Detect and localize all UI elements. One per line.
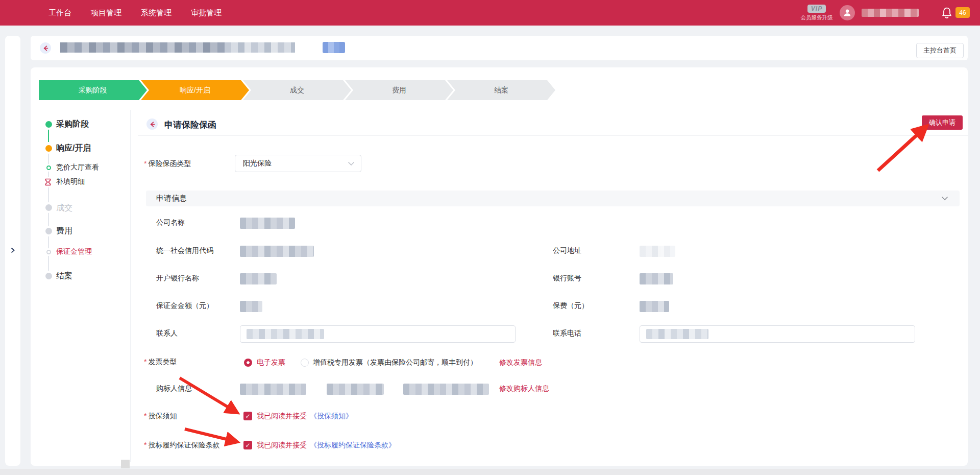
contact-input[interactable] — [240, 325, 516, 343]
project-status-badge-redacted — [323, 42, 345, 53]
field-label-insurance-notice: 投保须知 — [144, 412, 177, 421]
user-avatar[interactable] — [840, 5, 855, 20]
timeline-connector-done — [48, 128, 49, 142]
horizontal-scrollbar[interactable] — [0, 469, 980, 475]
section-title: 申请信息 — [156, 194, 187, 203]
credit-code-value-redacted — [240, 246, 314, 257]
edit-invoice-info-link[interactable]: 修改发票信息 — [499, 358, 542, 367]
timeline-dot-procurement — [45, 121, 52, 128]
company-address-value-redacted — [640, 246, 675, 257]
field-label-contact-phone: 联系电话 — [553, 329, 581, 338]
page-back-button[interactable] — [40, 42, 51, 54]
step-close[interactable]: 结案 — [447, 80, 555, 100]
top-navbar: 工作台 项目管理 系统管理 审批管理 VIP 会员服务升级 46 — [0, 0, 980, 26]
buyer-phone-redacted — [327, 384, 384, 395]
sidebar-item-deposit-mgmt[interactable]: 保证金管理 — [56, 247, 92, 256]
field-label-bank-name: 开户银行名称 — [156, 274, 199, 283]
field-label-buyer-info: 购标人信息 — [156, 384, 192, 393]
field-label-invoice-type: 发票类型 — [144, 358, 177, 367]
step-response-open[interactable]: 响应/开启 — [141, 80, 249, 100]
nav-item-project-mgmt[interactable]: 项目管理 — [91, 8, 121, 18]
console-home-button[interactable]: 主控台首页 — [916, 43, 964, 58]
agreement-text-terms: 我已阅读并接受 — [257, 441, 307, 450]
arrow-left-icon — [42, 45, 49, 52]
field-label-deposit-amount: 保证金金额（元） — [156, 301, 213, 311]
username-redacted — [862, 9, 919, 17]
nav-item-approval-mgmt[interactable]: 审批管理 — [191, 8, 222, 18]
agreement-text-notice: 我已阅读并接受 — [257, 412, 307, 421]
person-icon — [842, 8, 852, 18]
field-label-company-name: 公司名称 — [156, 218, 185, 227]
field-label-premium: 保费（元） — [553, 301, 589, 311]
sidebar-divider — [130, 110, 131, 462]
page: 工作台 项目管理 系统管理 审批管理 VIP 会员服务升级 46 — [0, 0, 980, 475]
form-page-title: 申请保险保函 — [164, 119, 216, 131]
timeline-dot-fee — [45, 228, 52, 234]
insurance-type-value: 阳光保险 — [243, 159, 272, 168]
insurance-type-select[interactable]: 阳光保险 — [235, 155, 361, 172]
notification-bell-icon[interactable] — [941, 7, 953, 19]
timeline-dot-close — [45, 273, 52, 279]
timeline-ring-bidding-hall — [46, 165, 51, 170]
hourglass-waiting-icon — [44, 178, 52, 186]
confirm-apply-button[interactable]: 确认申请 — [922, 115, 963, 130]
radio-label-vat-invoice[interactable]: 增值税专用发票（发票由保险公司邮寄，顺丰到付） — [313, 358, 477, 367]
step-procurement[interactable]: 采购阶段 — [39, 80, 147, 100]
sidebar-item-fee[interactable]: 费用 — [56, 226, 72, 236]
sidebar-item-response-open[interactable]: 响应/开启 — [56, 143, 91, 154]
sidebar-item-procurement[interactable]: 采购阶段 — [56, 119, 89, 130]
field-label-company-address: 公司地址 — [553, 246, 581, 255]
sidebar-item-bidding-hall[interactable]: 竞价大厅查看 — [56, 163, 99, 172]
form-header-divider — [138, 135, 968, 136]
contact-phone-value-redacted — [646, 329, 708, 339]
scrollbar-thumb[interactable] — [121, 460, 130, 468]
deposit-amount-value-redacted — [240, 301, 262, 312]
vip-upgrade[interactable]: VIP 会员服务升级 — [796, 4, 837, 21]
nav-item-system-mgmt[interactable]: 系统管理 — [141, 8, 172, 18]
buyer-name-redacted — [240, 384, 306, 395]
timeline-ring-deposit — [46, 250, 51, 254]
premium-value-redacted — [640, 301, 669, 312]
contact-phone-input[interactable] — [640, 325, 915, 343]
vip-icon: VIP — [807, 5, 826, 13]
step-fee[interactable]: 费用 — [345, 80, 453, 100]
timeline-dot-deal — [45, 204, 52, 211]
sidebar-item-close[interactable]: 结案 — [56, 271, 72, 281]
buyer-id-redacted — [403, 384, 489, 395]
chevron-right-icon — [10, 247, 15, 253]
notification-count-badge[interactable]: 46 — [955, 7, 970, 18]
timeline-dot-response — [45, 145, 52, 152]
insurance-notice-checkbox[interactable] — [243, 412, 252, 420]
sidebar-item-deal[interactable]: 成交 — [56, 203, 72, 213]
sidebar-item-fill-details[interactable]: 补填明细 — [56, 177, 85, 186]
project-title-redacted — [60, 42, 225, 53]
step-deal[interactable]: 成交 — [243, 80, 351, 100]
section-application-info[interactable]: 申请信息 — [146, 191, 960, 206]
radio-electronic-invoice[interactable] — [244, 359, 252, 367]
radio-label-electronic-invoice[interactable]: 电子发票 — [257, 358, 285, 367]
bank-account-value-redacted — [640, 273, 673, 284]
bank-name-value-redacted — [240, 273, 277, 284]
company-name-value-redacted — [240, 218, 295, 229]
performance-terms-checkbox[interactable] — [243, 441, 252, 449]
insurance-notice-link[interactable]: 《投保须知》 — [310, 412, 353, 421]
project-title-redacted-2 — [225, 42, 295, 53]
nav-item-workbench[interactable]: 工作台 — [48, 8, 71, 18]
field-label-credit-code: 统一社会信用代码 — [156, 246, 213, 255]
vip-upgrade-label: 会员服务升级 — [796, 14, 837, 21]
chevron-down-icon — [941, 196, 948, 201]
panel-expand-toggle[interactable] — [5, 244, 20, 256]
contact-value-redacted — [247, 329, 324, 339]
field-label-performance-terms: 投标履约保证保险条款 — [144, 441, 219, 450]
performance-terms-link[interactable]: 《投标履约保证保险条款》 — [310, 441, 396, 450]
arrow-left-icon — [149, 121, 156, 128]
chevron-down-icon — [348, 161, 355, 166]
edit-buyer-info-link[interactable]: 修改购标人信息 — [499, 384, 549, 393]
field-label-insurance-type: 保险保函类型 — [144, 159, 191, 169]
form-back-button[interactable] — [146, 118, 158, 130]
main-menu: 工作台 项目管理 系统管理 审批管理 — [48, 0, 222, 26]
field-label-bank-account: 银行账号 — [553, 274, 581, 283]
radio-vat-invoice[interactable] — [301, 359, 309, 367]
field-label-contact: 联系人 — [156, 329, 178, 338]
phase-stepper: 采购阶段 响应/开启 成交 费用 结案 — [39, 80, 555, 100]
